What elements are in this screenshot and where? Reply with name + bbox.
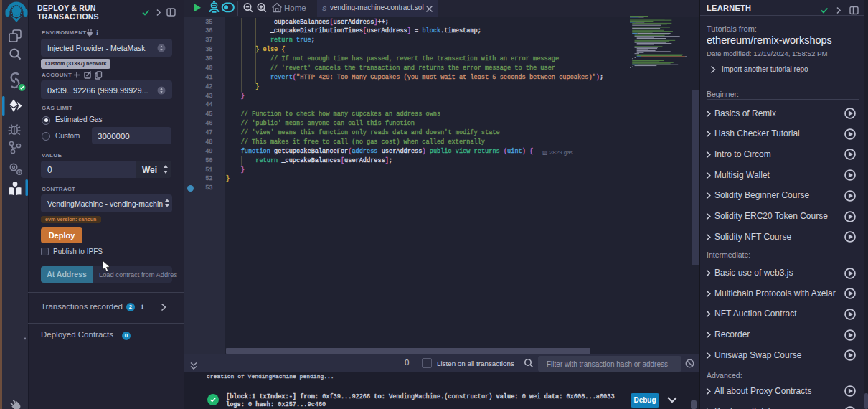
svg-text:i: i [96, 29, 98, 37]
